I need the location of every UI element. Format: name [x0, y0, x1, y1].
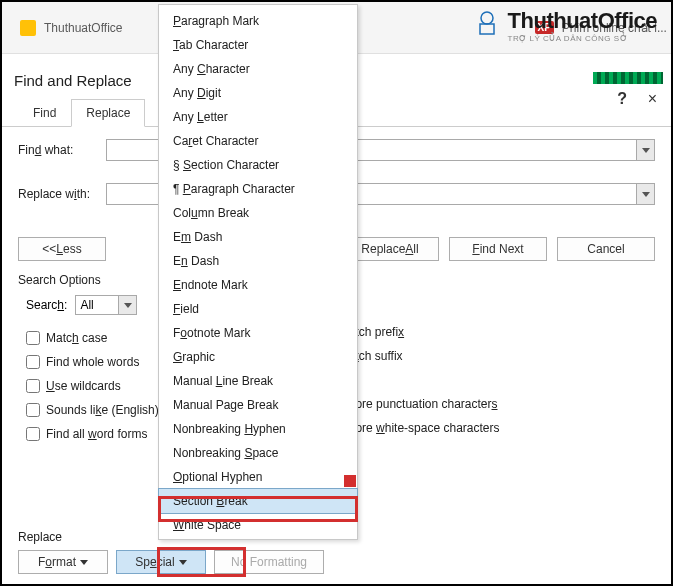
checkbox-input[interactable] [26, 355, 40, 369]
browser-tab-1[interactable]: ThuthuatOffice [44, 21, 123, 35]
menu-item-any-digit[interactable]: Any Digit [159, 81, 357, 105]
menu-item-column-break[interactable]: Column Break [159, 201, 357, 225]
tab-replace[interactable]: Replace [71, 99, 145, 127]
chevron-down-icon[interactable] [118, 296, 136, 314]
search-direction-value: All [80, 298, 93, 312]
watermark: ThuthuatOffice TRỢ LÝ CỦA DÂN CÔNG SỞ [508, 8, 657, 43]
decorative-strip [593, 72, 663, 84]
svg-rect-1 [480, 24, 494, 34]
menu-item-optional-hyphen[interactable]: Optional Hyphen [159, 465, 357, 489]
checkbox-input[interactable] [26, 403, 40, 417]
menu-item-manual-page-break[interactable]: Manual Page Break [159, 393, 357, 417]
folder-icon [20, 20, 36, 36]
menu-item-any-letter[interactable]: Any Letter [159, 105, 357, 129]
no-formatting-button: No Formatting [214, 550, 324, 574]
menu-item-em-dash[interactable]: Em Dash [159, 225, 357, 249]
watermark-title: ThuthuatOffice [508, 8, 657, 34]
chevron-down-icon[interactable] [636, 140, 654, 160]
menu-item-graphic[interactable]: Graphic [159, 345, 357, 369]
wildcards-checkbox[interactable]: Use wildcards [26, 379, 159, 393]
checkbox-input[interactable] [26, 379, 40, 393]
checkbox-input[interactable] [26, 427, 40, 441]
menu-item-white-space[interactable]: White Space [159, 513, 357, 537]
tab-find-label: Find [33, 106, 56, 120]
replace-with-label: Replace with: [18, 187, 98, 201]
close-button[interactable]: × [648, 90, 657, 108]
menu-item-any-character[interactable]: Any Character [159, 57, 357, 81]
menu-item-endnote-mark[interactable]: Endnote Mark [159, 273, 357, 297]
special-button[interactable]: Special [116, 550, 206, 574]
search-direction-label: Search: [26, 298, 67, 312]
menu-item-tab-character[interactable]: Tab Character [159, 33, 357, 57]
cancel-button[interactable]: Cancel [557, 237, 655, 261]
find-what-label: Find what: [18, 143, 98, 157]
options-col-left: Search: All Match case Find whole words … [26, 295, 159, 441]
special-menu[interactable]: Paragraph MarkTab CharacterAny Character… [158, 4, 358, 540]
whole-words-checkbox[interactable]: Find whole words [26, 355, 159, 369]
menu-item-paragraph-mark[interactable]: Paragraph Mark [159, 9, 357, 33]
checkbox-input[interactable] [26, 331, 40, 345]
menu-item-caret-character[interactable]: Caret Character [159, 129, 357, 153]
word-forms-checkbox[interactable]: Find all word forms [26, 427, 159, 441]
mascot-icon [472, 8, 502, 38]
caret-down-icon [179, 560, 187, 565]
sounds-like-checkbox[interactable]: Sounds like (English) [26, 403, 159, 417]
help-button[interactable]: ? [617, 90, 627, 108]
menu-item-nonbreaking-hyphen[interactable]: Nonbreaking Hyphen [159, 417, 357, 441]
less-button[interactable]: << Less [18, 237, 106, 261]
caret-down-icon [80, 560, 88, 565]
watermark-subtitle: TRỢ LÝ CỦA DÂN CÔNG SỞ [508, 34, 657, 43]
menu-item-field[interactable]: Field [159, 297, 357, 321]
tab-find[interactable]: Find [18, 99, 71, 126]
menu-item-manual-line-break[interactable]: Manual Line Break [159, 369, 357, 393]
menu-item-footnote-mark[interactable]: Footnote Mark [159, 321, 357, 345]
menu-item-nonbreaking-space[interactable]: Nonbreaking Space [159, 441, 357, 465]
menu-item--paragraph-character[interactable]: ¶ Paragraph Character [159, 177, 357, 201]
search-direction-select[interactable]: All [75, 295, 137, 315]
svg-point-0 [481, 12, 493, 24]
menu-item--section-character[interactable]: § Section Character [159, 153, 357, 177]
menu-item-section-break[interactable]: Section Break [159, 489, 357, 513]
menu-item-en-dash[interactable]: En Dash [159, 249, 357, 273]
chevron-down-icon[interactable] [636, 184, 654, 204]
format-button[interactable]: Format [18, 550, 108, 574]
find-next-button[interactable]: Find Next [449, 237, 547, 261]
annotation-marker [344, 475, 356, 487]
tab-replace-label: Replace [86, 106, 130, 120]
match-case-checkbox[interactable]: Match case [26, 331, 159, 345]
